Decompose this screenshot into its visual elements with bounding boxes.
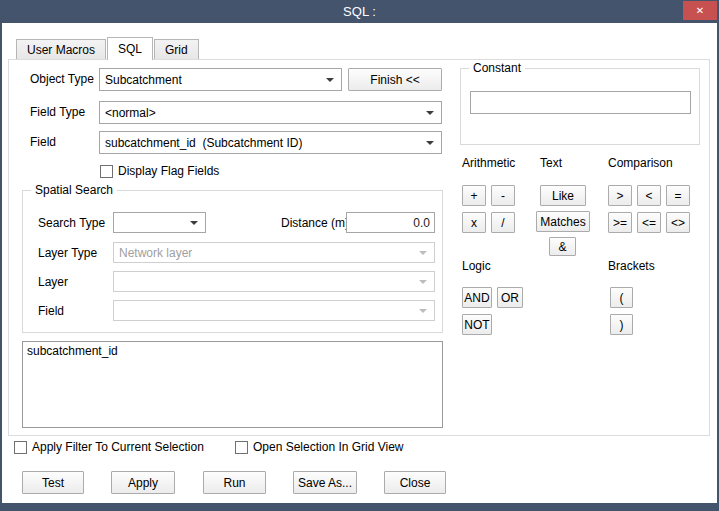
greater-than-button[interactable]: > <box>608 185 632 206</box>
object-type-select[interactable]: Subcatchment <box>99 68 342 91</box>
checkbox-icon <box>235 441 248 454</box>
object-type-value: Subcatchment <box>105 73 182 87</box>
or-operator-button[interactable]: OR <box>497 287 523 308</box>
checkbox-icon <box>14 441 27 454</box>
field-type-select[interactable]: <normal> <box>99 101 442 124</box>
arithmetic-label: Arithmetic <box>462 156 515 170</box>
minus-operator-button[interactable]: - <box>491 185 515 206</box>
spatial-field-label: Field <box>38 304 64 318</box>
apply-filter-checkbox[interactable]: Apply Filter To Current Selection <box>14 440 204 454</box>
close-action-button[interactable]: Close <box>384 471 446 494</box>
less-than-button[interactable]: < <box>637 185 661 206</box>
grid-view-label: Open Selection In Grid View <box>253 440 404 454</box>
logic-label: Logic <box>462 259 491 273</box>
display-flag-fields-label: Display Flag Fields <box>118 164 219 178</box>
constant-input[interactable] <box>470 91 691 114</box>
chevron-down-icon <box>426 111 434 115</box>
layer-type-select: Network layer <box>113 242 435 263</box>
apply-button[interactable]: Apply <box>111 471 175 494</box>
finish-button[interactable]: Finish << <box>348 68 442 91</box>
matches-operator-button[interactable]: Matches <box>536 211 590 232</box>
display-flag-fields-checkbox[interactable]: Display Flag Fields <box>100 164 219 178</box>
open-bracket-button[interactable]: ( <box>610 287 633 308</box>
distance-label: Distance (m) <box>281 216 349 230</box>
not-operator-button[interactable]: NOT <box>462 314 492 335</box>
search-type-select[interactable] <box>113 212 206 233</box>
run-button[interactable]: Run <box>203 471 266 494</box>
layer-type-value: Network layer <box>119 246 192 260</box>
constant-title: Constant <box>469 61 525 75</box>
tab-grid[interactable]: Grid <box>154 39 199 59</box>
plus-operator-button[interactable]: + <box>462 185 486 206</box>
grid-view-checkbox[interactable]: Open Selection In Grid View <box>235 440 404 454</box>
field-label: Field <box>30 135 56 149</box>
equals-button[interactable]: = <box>666 185 690 206</box>
chevron-down-icon <box>419 309 427 313</box>
field-type-label: Field Type <box>30 105 85 119</box>
field-type-value: <normal> <box>105 106 156 120</box>
comparison-label: Comparison <box>608 156 673 170</box>
less-equal-button[interactable]: <= <box>637 212 661 233</box>
close-bracket-button[interactable]: ) <box>610 314 633 335</box>
multiply-operator-button[interactable]: x <box>462 212 486 233</box>
checkbox-icon <box>100 165 113 178</box>
tab-user-macros[interactable]: User Macros <box>16 39 106 59</box>
divide-operator-button[interactable]: / <box>491 212 515 233</box>
chevron-down-icon <box>426 141 434 145</box>
object-type-label: Object Type <box>30 72 94 86</box>
and-operator-button[interactable]: AND <box>462 287 492 308</box>
distance-input[interactable] <box>346 212 435 233</box>
close-button[interactable]: ✕ <box>683 1 717 20</box>
apply-filter-label: Apply Filter To Current Selection <box>32 440 204 454</box>
layer-select <box>113 271 435 292</box>
tab-bar: User Macros SQL Grid <box>16 37 199 60</box>
text-operators-label: Text <box>540 156 562 170</box>
window-title: SQL : <box>343 4 376 19</box>
chevron-down-icon <box>419 251 427 255</box>
greater-equal-button[interactable]: >= <box>608 212 632 233</box>
test-button[interactable]: Test <box>22 471 84 494</box>
close-icon: ✕ <box>696 5 704 16</box>
chevron-down-icon <box>190 221 198 225</box>
tab-sql[interactable]: SQL <box>107 37 153 60</box>
search-type-label: Search Type <box>38 216 105 230</box>
chevron-down-icon <box>326 78 334 82</box>
titlebar: SQL : <box>0 0 719 23</box>
sql-dialog: SQL : ✕ User Macros SQL Grid Object Type… <box>0 0 719 511</box>
ampersand-operator-button[interactable]: & <box>549 237 576 256</box>
sql-expression-editor[interactable]: subcatchment_id <box>22 341 443 428</box>
spatial-field-select <box>113 300 435 321</box>
spatial-search-title: Spatial Search <box>31 183 117 197</box>
layer-label: Layer <box>38 275 68 289</box>
brackets-label: Brackets <box>608 259 655 273</box>
field-value: subcatchment_id (Subcatchment ID) <box>105 136 302 150</box>
save-as-button[interactable]: Save As... <box>293 471 357 494</box>
field-select[interactable]: subcatchment_id (Subcatchment ID) <box>99 131 442 154</box>
like-operator-button[interactable]: Like <box>540 185 586 206</box>
layer-type-label: Layer Type <box>38 246 97 260</box>
not-equal-button[interactable]: <> <box>666 212 690 233</box>
chevron-down-icon <box>419 280 427 284</box>
